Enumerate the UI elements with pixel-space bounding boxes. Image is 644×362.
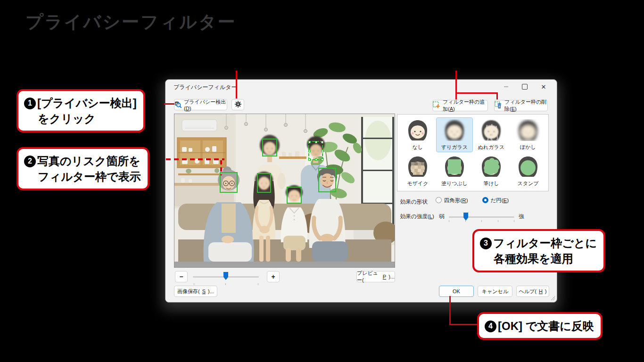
close-button[interactable]: ✕ xyxy=(534,80,553,94)
strength-slider-thumb[interactable] xyxy=(463,213,468,221)
maximize-icon xyxy=(522,84,528,90)
face-wetglass-icon xyxy=(479,119,504,143)
face-brush-icon xyxy=(479,156,504,179)
shape-option-1[interactable]: だ円(E) xyxy=(482,197,509,204)
save-image-button[interactable]: 画像保存(S)... xyxy=(174,286,217,297)
filter-frame[interactable] xyxy=(318,168,336,192)
trash-icon xyxy=(495,101,502,110)
frame-handle[interactable] xyxy=(315,158,317,161)
face-mosaic-icon xyxy=(405,156,430,179)
effect-item-label: モザイク xyxy=(407,180,428,187)
face-magnifier-icon xyxy=(174,101,182,109)
gear-icon xyxy=(235,101,241,108)
radio-selected-icon[interactable] xyxy=(482,197,488,203)
add-filter-frame-button[interactable]: フィルター枠の追加(A) xyxy=(432,100,488,111)
effect-item-mosaic[interactable]: モザイク xyxy=(399,154,436,189)
add-filter-frame-label: フィルター枠の追加(A) xyxy=(443,99,487,113)
minimize-button[interactable] xyxy=(496,80,515,94)
dialog-title: プライバシーフィルター xyxy=(173,83,237,91)
filter-frame[interactable] xyxy=(287,187,302,204)
effect-item-label: なし xyxy=(413,144,423,151)
face-plain-icon xyxy=(405,119,430,143)
face-blur-icon xyxy=(515,119,541,143)
effect-item-label: 筆けし xyxy=(483,180,499,187)
effect-item-wet[interactable]: ぬれガラス xyxy=(473,117,510,152)
annotation-dashed-line-v xyxy=(220,160,222,175)
filter-frame[interactable] xyxy=(220,172,238,193)
annotation-line-ok-v xyxy=(449,296,451,325)
face-frosted-icon xyxy=(442,119,467,143)
tutorial-page: プライバシーフィルター プライバシーフィルター ✕ プライバシー検出(D) フィ… xyxy=(0,0,644,362)
shape-option-0[interactable]: 四角形(R) xyxy=(436,197,468,204)
frame-handle[interactable] xyxy=(308,158,311,161)
preview-button[interactable]: プレビュー(P)... xyxy=(356,271,395,282)
settings-button[interactable] xyxy=(231,99,244,110)
strength-label: 効果の強度(L) xyxy=(400,213,434,220)
step-3-badge: 3 xyxy=(480,238,492,249)
effect-item-stamp[interactable]: スタンプ xyxy=(510,154,546,189)
cancel-button[interactable]: キャンセル xyxy=(478,286,512,297)
add-frame-icon xyxy=(433,101,440,110)
radio-icon[interactable] xyxy=(436,197,442,203)
annotation-line-ok-h xyxy=(449,324,479,325)
maximize-button[interactable] xyxy=(515,80,534,94)
effect-item-fill[interactable]: 塗りつぶし xyxy=(436,154,473,189)
effect-item-label: スタンプ xyxy=(517,180,538,187)
shape-options: 四角形(R)だ円(E) xyxy=(436,197,509,204)
effect-item-label: ぬれガラス xyxy=(478,144,504,151)
callout-step-1: 1[プライバシー検出] をクリック xyxy=(17,89,145,132)
shape-label: 効果の形状 xyxy=(400,198,428,206)
effects-panel: なしすりガラスぬれガラスぼかしモザイク塗りつぶし筆けしスタンプ xyxy=(397,114,549,191)
effect-item-label: 塗りつぶし xyxy=(441,180,468,187)
frame-handle[interactable] xyxy=(308,150,311,152)
privacy-detect-button[interactable]: プライバシー検出(D) xyxy=(174,99,227,110)
strength-max-label: 強 xyxy=(519,213,524,220)
frame-handle[interactable] xyxy=(321,158,323,161)
zoom-out-button[interactable]: − xyxy=(175,271,188,282)
remove-filter-frame-label: フィルター枠の削除(E) xyxy=(504,99,547,113)
close-icon: ✕ xyxy=(541,84,546,90)
annotation-line-gear xyxy=(236,71,237,99)
effect-item-label: ぼかし xyxy=(520,144,536,151)
help-button[interactable]: ヘルプ(H) xyxy=(516,286,549,297)
strength-slider-track[interactable] xyxy=(449,216,514,218)
effect-item-label: すりガラス xyxy=(441,144,468,151)
step-4-badge: 4 xyxy=(485,321,496,332)
zoom-in-button[interactable]: + xyxy=(267,271,280,282)
ok-button[interactable]: OK xyxy=(439,286,474,297)
callout-step-3: 3フィルター枠ごとに 各種効果を適用 xyxy=(472,229,605,272)
face-stamp-icon xyxy=(515,156,541,179)
privacy-detect-label: プライバシー検出(D) xyxy=(184,99,227,111)
zoom-slider-thumb[interactable] xyxy=(223,272,228,280)
effect-item-none[interactable]: なし xyxy=(399,117,436,152)
dialog-titlebar[interactable]: プライバシーフィルター ✕ xyxy=(165,80,557,94)
filter-frame-selected[interactable] xyxy=(308,141,323,160)
remove-filter-frame-button[interactable]: フィルター枠の削除(E) xyxy=(494,100,548,111)
page-title: プライバシーフィルター xyxy=(25,10,237,34)
annotation-line-detect xyxy=(164,103,174,105)
annotation-line-add xyxy=(455,71,457,99)
resize-grip[interactable] xyxy=(550,296,555,300)
strength-min-label: 弱 xyxy=(439,213,445,220)
filter-frame[interactable] xyxy=(257,173,271,193)
effect-item-blur[interactable]: ぼかし xyxy=(510,117,546,152)
filter-frames-layer xyxy=(174,114,395,262)
frame-handle[interactable] xyxy=(308,141,311,143)
frame-handle[interactable] xyxy=(321,150,323,152)
frame-handle[interactable] xyxy=(321,141,323,143)
callout-step-4: 4[OK] で文書に反映 xyxy=(477,312,603,340)
effects-grid: なしすりガラスぬれガラスぼかしモザイク塗りつぶし筆けしスタンプ xyxy=(397,115,548,189)
annotation-line-remove xyxy=(496,92,498,99)
annotation-line-branch xyxy=(455,92,498,94)
effect-item-brush[interactable]: 筆けし xyxy=(473,154,510,189)
step-2-badge: 2 xyxy=(24,156,36,167)
frame-handle[interactable] xyxy=(315,141,317,143)
minimize-icon xyxy=(504,86,508,87)
face-fill-icon xyxy=(442,156,467,179)
effect-item-frost[interactable]: すりガラス xyxy=(436,117,473,152)
filter-frame[interactable] xyxy=(262,139,277,156)
photo-preview-canvas[interactable] xyxy=(174,114,395,268)
step-1-badge: 1 xyxy=(24,98,36,109)
annotation-dashed-line-h xyxy=(166,158,224,160)
callout-step-2: 2写真のリスク箇所を フィルター枠で表示 xyxy=(17,147,149,190)
